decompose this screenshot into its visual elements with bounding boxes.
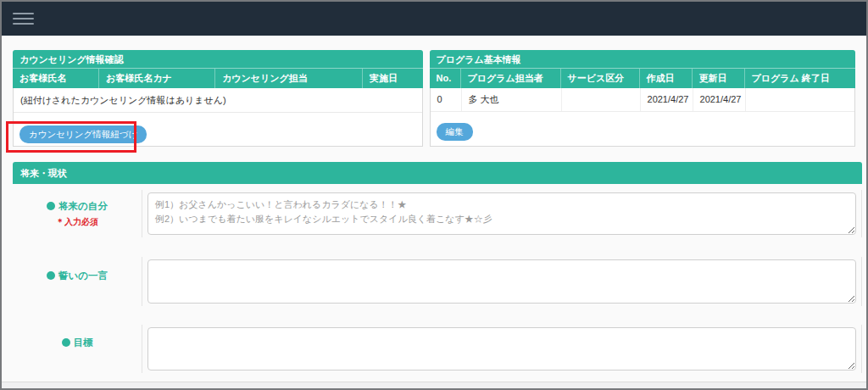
label-column: 目標 <box>13 325 142 373</box>
program-panel-body: 0 多 大也 2021/4/27 2021/4/27 編集 <box>430 88 855 147</box>
bottom-scroll-strip <box>2 382 866 388</box>
column-header-date: 実施日 <box>363 69 423 88</box>
app-header <box>2 2 866 36</box>
hamburger-bar <box>13 18 34 20</box>
column-header-customer-kana: お客様氏名カナ <box>99 69 215 88</box>
column-header-updated-date: 更新日 <box>693 69 745 88</box>
bullet-dot-icon <box>47 271 55 280</box>
cell-created-date: 2021/4/27 <box>641 88 693 111</box>
textarea-wrap <box>142 257 862 306</box>
hamburger-menu-icon[interactable] <box>13 13 34 25</box>
no-counseling-message: (紐付けされたカウンセリング情報はありません) <box>14 88 422 113</box>
field-label-pledge: 誓いの一言 <box>47 270 108 282</box>
pledge-textarea[interactable] <box>147 259 856 304</box>
program-table-row: 0 多 大也 2021/4/27 2021/4/27 <box>431 88 854 112</box>
column-header-no: No. <box>430 69 461 88</box>
counseling-table-header: お客様氏名 お客様氏名カナ カウンセリング担当 実施日 <box>13 69 423 88</box>
column-header-created-date: 作成日 <box>640 69 693 88</box>
label-column: 将来の自分 ＊入力必須 <box>13 190 142 237</box>
field-label-future-self: 将来の自分 <box>47 200 108 213</box>
bullet-dot-icon <box>47 202 55 210</box>
field-row-future-self: 将来の自分 ＊入力必須 <box>13 190 862 237</box>
top-panels-row: カウンセリング情報確認 お客様氏名 お客様氏名カナ カウンセリング担当 実施日 … <box>13 50 855 147</box>
edit-button[interactable]: 編集 <box>437 123 473 141</box>
column-header-end-date: プログラム 終了日 <box>745 69 855 88</box>
cell-end-date <box>746 88 854 111</box>
page: カウンセリング情報確認 お客様氏名 お客様氏名カナ カウンセリング担当 実施日 … <box>0 0 868 390</box>
column-header-counselor: カウンセリング担当 <box>215 69 363 88</box>
counseling-panel-title: カウンセリング情報確認 <box>13 50 423 69</box>
counseling-panel-body: (紐付けされたカウンセリング情報はありません) カウンセリング情報紐づけ <box>13 88 423 147</box>
textarea-wrap <box>142 325 862 373</box>
goal-textarea[interactable] <box>147 327 856 370</box>
column-header-program-manager: プログラム担当者 <box>461 69 561 88</box>
hamburger-bar <box>13 23 34 25</box>
future-status-section-title: 将来・現状 <box>13 162 862 184</box>
field-row-goal: 目標 <box>13 325 862 373</box>
future-self-textarea[interactable] <box>147 192 856 235</box>
program-button-area: 編集 <box>431 112 854 141</box>
cell-no: 0 <box>431 88 462 111</box>
counseling-panel: カウンセリング情報確認 お客様氏名 お客様氏名カナ カウンセリング担当 実施日 … <box>13 50 423 147</box>
label-column: 誓いの一言 <box>13 257 142 306</box>
cell-updated-date: 2021/4/27 <box>693 88 746 111</box>
counseling-button-area: カウンセリング情報紐づけ <box>14 113 422 143</box>
cell-service-category <box>562 88 641 111</box>
hamburger-bar <box>13 13 34 14</box>
field-label-goal: 目標 <box>62 337 93 349</box>
program-panel: プログラム基本情報 No. プログラム担当者 サービス区分 作成日 更新日 プロ… <box>430 50 855 147</box>
column-header-service-category: サービス区分 <box>561 69 640 88</box>
program-panel-title: プログラム基本情報 <box>430 50 855 69</box>
field-row-pledge: 誓いの一言 <box>13 257 862 306</box>
cell-program-manager: 多 大也 <box>462 88 562 111</box>
column-header-customer-name: お客様氏名 <box>13 69 99 88</box>
textarea-wrap <box>142 190 862 237</box>
program-table-header: No. プログラム担当者 サービス区分 作成日 更新日 プログラム 終了日 <box>430 69 855 88</box>
bullet-dot-icon <box>62 338 70 347</box>
required-note: ＊入力必須 <box>56 216 98 228</box>
main-content: カウンセリング情報確認 お客様氏名 お客様氏名カナ カウンセリング担当 実施日 … <box>2 36 866 373</box>
link-counseling-info-button[interactable]: カウンセリング情報紐づけ <box>19 125 147 143</box>
future-status-section: 将来・現状 将来の自分 ＊入力必須 誓いの一言 <box>13 162 862 373</box>
